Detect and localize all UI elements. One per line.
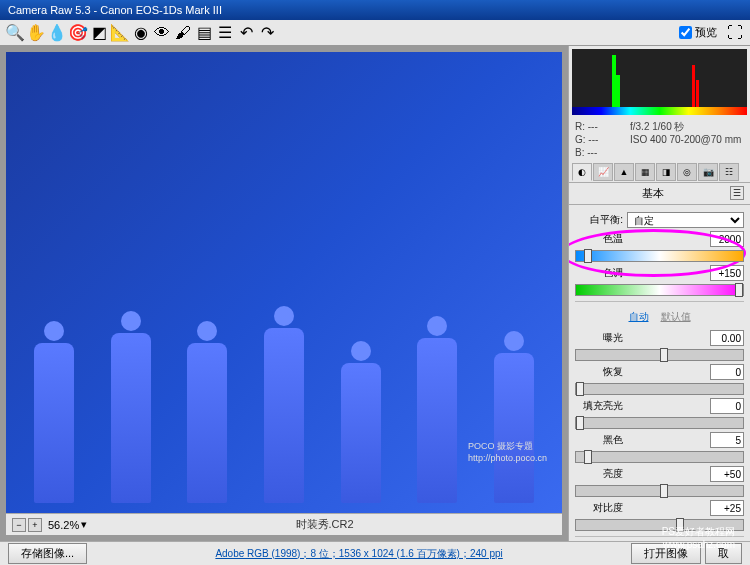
fill-label: 填充亮光 — [575, 399, 623, 413]
crop-tool-icon[interactable]: ◩ — [90, 24, 108, 42]
zoom-out-icon[interactable]: − — [12, 518, 26, 532]
recovery-slider[interactable] — [575, 383, 744, 395]
g-value: G: --- — [575, 133, 630, 146]
wb-label: 白平衡: — [575, 213, 623, 227]
histogram[interactable] — [572, 49, 747, 115]
tint-input[interactable] — [710, 265, 744, 281]
redeye-tool-icon[interactable]: 👁 — [153, 24, 171, 42]
viewer-bottombar: − + 56.2% ▾ 时装秀.CR2 — [6, 513, 562, 535]
controls: 白平衡: 自定 色温 色调 自动 默认值 曝光 恢复 — [569, 205, 750, 541]
preview-check-input[interactable] — [679, 26, 692, 39]
footer-bar: 存储图像... Adobe RGB (1998)；8 位；1536 x 1024… — [0, 541, 750, 565]
auto-default-row: 自动 默认值 — [575, 307, 744, 327]
hand-tool-icon[interactable]: ✋ — [27, 24, 45, 42]
black-label: 黑色 — [575, 433, 623, 447]
tab-preset-icon[interactable]: ☷ — [719, 163, 739, 181]
r-value: R: --- — [575, 120, 630, 133]
bright-input[interactable] — [710, 466, 744, 482]
tint-label: 色调 — [575, 266, 623, 280]
exposure-input[interactable] — [710, 330, 744, 346]
main-area: POCO 摄影专题 http://photo.poco.cn − + 56.2%… — [0, 46, 750, 541]
fill-slider[interactable] — [575, 417, 744, 429]
straighten-tool-icon[interactable]: 📐 — [111, 24, 129, 42]
prefs-icon[interactable]: ☰ — [216, 24, 234, 42]
panel-title-text: 基本 — [575, 186, 730, 201]
contrast-label: 对比度 — [575, 501, 623, 515]
exposure-slider[interactable] — [575, 349, 744, 361]
right-panel: R: ---f/3.2 1/60 秒 G: ---ISO 400 70-200@… — [568, 46, 750, 541]
tab-curve-icon[interactable]: 📈 — [593, 163, 613, 181]
adjust-brush-icon[interactable]: 🖌 — [174, 24, 192, 42]
zoom-tool-icon[interactable]: 🔍 — [6, 24, 24, 42]
profile-link[interactable]: Adobe RGB (1998)；8 位；1536 x 1024 (1.6 百万… — [87, 547, 631, 561]
zoom-control: − + 56.2% ▾ — [12, 518, 87, 532]
wb-row: 白平衡: 自定 — [575, 212, 744, 228]
rotate-left-icon[interactable]: ↶ — [237, 24, 255, 42]
tab-basic-icon[interactable]: ◐ — [572, 163, 592, 181]
black-slider[interactable] — [575, 451, 744, 463]
temp-row: 色温 — [575, 231, 744, 247]
auto-link[interactable]: 自动 — [629, 310, 649, 324]
default-link[interactable]: 默认值 — [661, 310, 691, 324]
fullscreen-icon[interactable]: ⛶ — [726, 24, 744, 42]
bright-label: 亮度 — [575, 467, 623, 481]
zoom-dropdown-icon[interactable]: ▾ — [81, 518, 87, 531]
tab-camera-icon[interactable]: 📷 — [698, 163, 718, 181]
fill-input[interactable] — [710, 398, 744, 414]
exposure-label: 曝光 — [575, 331, 623, 345]
grad-filter-icon[interactable]: ▤ — [195, 24, 213, 42]
preview-checkbox[interactable]: 预览 — [679, 25, 717, 40]
tab-split-icon[interactable]: ◨ — [656, 163, 676, 181]
tint-row: 色调 — [575, 265, 744, 281]
contrast-input[interactable] — [710, 500, 744, 516]
watermark-psahz: PS爱好者教程网 www.psahz.com — [662, 525, 735, 550]
recovery-label: 恢复 — [575, 365, 623, 379]
fstop: f/3.2 1/60 秒 — [630, 120, 684, 133]
temp-slider[interactable] — [575, 250, 744, 262]
title-text: Camera Raw 5.3 - Canon EOS-1Ds Mark III — [8, 4, 222, 16]
titlebar: Camera Raw 5.3 - Canon EOS-1Ds Mark III — [0, 0, 750, 20]
temp-label: 色温 — [575, 232, 623, 246]
panel-title: 基本 ☰ — [569, 183, 750, 205]
save-button[interactable]: 存储图像... — [8, 543, 87, 564]
rotate-right-icon[interactable]: ↷ — [258, 24, 276, 42]
wb-select[interactable]: 自定 — [627, 212, 744, 228]
wb-tool-icon[interactable]: 💧 — [48, 24, 66, 42]
black-input[interactable] — [710, 432, 744, 448]
filename-label: 时装秀.CR2 — [93, 517, 556, 532]
tab-detail-icon[interactable]: ▲ — [614, 163, 634, 181]
zoom-value[interactable]: 56.2% — [48, 519, 79, 531]
image-canvas[interactable]: POCO 摄影专题 http://photo.poco.cn — [6, 52, 562, 513]
tab-lens-icon[interactable]: ◎ — [677, 163, 697, 181]
panel-menu-icon[interactable]: ☰ — [730, 186, 744, 200]
zoom-in-icon[interactable]: + — [28, 518, 42, 532]
toolbar: 🔍 ✋ 💧 🎯 ◩ 📐 ◉ 👁 🖌 ▤ ☰ ↶ ↷ 预览 ⛶ — [0, 20, 750, 46]
spot-tool-icon[interactable]: ◉ — [132, 24, 150, 42]
watermark-poco: POCO 摄影专题 http://photo.poco.cn — [468, 440, 547, 463]
image-viewer: POCO 摄影专题 http://photo.poco.cn − + 56.2%… — [0, 46, 568, 541]
panel-tabs: ◐ 📈 ▲ ▦ ◨ ◎ 📷 ☷ — [569, 163, 750, 183]
tab-hsl-icon[interactable]: ▦ — [635, 163, 655, 181]
color-sampler-icon[interactable]: 🎯 — [69, 24, 87, 42]
camera-info: R: ---f/3.2 1/60 秒 G: ---ISO 400 70-200@… — [569, 118, 750, 161]
b-value: B: --- — [575, 147, 597, 158]
bright-slider[interactable] — [575, 485, 744, 497]
preview-label: 预览 — [695, 25, 717, 40]
iso: ISO 400 70-200@70 mm — [630, 133, 741, 146]
temp-input[interactable] — [710, 231, 744, 247]
tint-slider[interactable] — [575, 284, 744, 296]
recovery-input[interactable] — [710, 364, 744, 380]
